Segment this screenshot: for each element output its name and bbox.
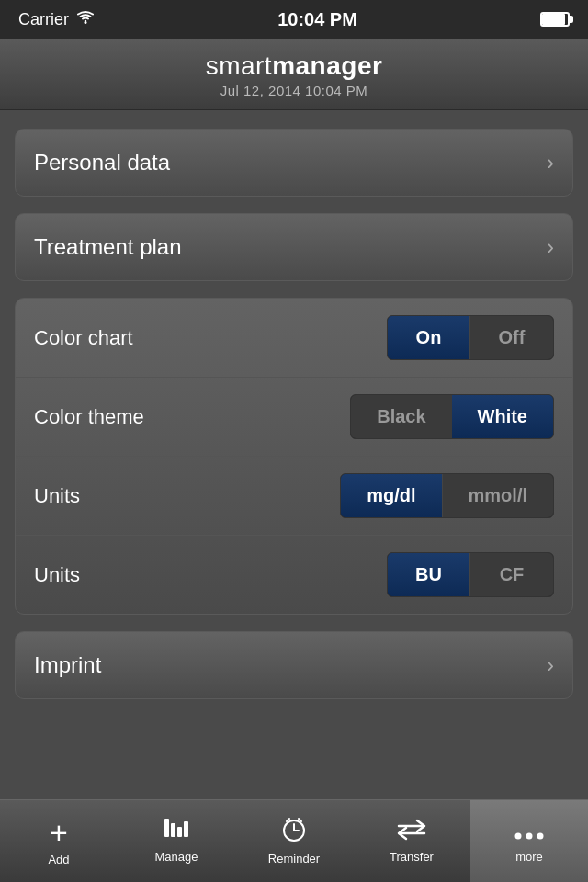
main-content: Personal data › Treatment plan › Color c…	[0, 110, 588, 718]
transfer-icon	[397, 819, 426, 845]
wifi-icon	[76, 10, 95, 29]
color-theme-black-button[interactable]: Black	[351, 395, 451, 438]
color-chart-toggle: On Off	[387, 315, 554, 360]
manage-icon	[163, 819, 190, 845]
units-1-row: Units mg/dl mmol/l	[16, 457, 572, 536]
reminder-icon	[281, 817, 307, 847]
battery-icon	[540, 12, 570, 27]
tab-transfer[interactable]: Transfer	[353, 800, 470, 882]
svg-rect-1	[164, 819, 169, 837]
color-theme-label: Color theme	[34, 405, 144, 429]
tab-bar: + Add Manage Reminder	[0, 799, 588, 882]
imprint-label: Imprint	[34, 652, 101, 678]
color-chart-on-button[interactable]: On	[388, 316, 470, 359]
tab-manage-label: Manage	[155, 850, 198, 864]
title-bold: manager	[272, 51, 382, 80]
svg-rect-3	[177, 827, 182, 837]
app-title: smartmanager	[0, 51, 588, 81]
personal-data-row[interactable]: Personal data ›	[15, 129, 573, 197]
add-icon: +	[50, 817, 68, 848]
color-theme-row: Color theme Black White	[16, 378, 572, 457]
tab-more[interactable]: more	[470, 800, 588, 882]
more-icon	[514, 820, 544, 845]
tab-more-label: more	[515, 850, 543, 864]
units-cf-button[interactable]: CF	[470, 553, 553, 596]
treatment-plan-chevron-icon: ›	[547, 234, 554, 260]
treatment-plan-row[interactable]: Treatment plan ›	[15, 213, 573, 281]
svg-point-0	[85, 21, 87, 24]
color-chart-label: Color chart	[34, 326, 133, 350]
personal-data-chevron-icon: ›	[547, 150, 554, 175]
units-mmol-button[interactable]: mmol/l	[443, 474, 553, 517]
personal-data-label: Personal data	[34, 150, 170, 175]
tab-reminder-label: Reminder	[268, 852, 320, 865]
units-mgdl-button[interactable]: mg/dl	[341, 474, 442, 517]
units-2-row: Units BU CF	[16, 536, 572, 614]
color-chart-row: Color chart On Off	[16, 299, 572, 378]
svg-rect-4	[184, 821, 188, 837]
svg-point-12	[515, 832, 522, 839]
carrier-label: Carrier	[18, 10, 69, 29]
tab-add[interactable]: + Add	[0, 800, 118, 882]
app-header: smartmanager Jul 12, 2014 10:04 PM	[0, 39, 588, 110]
units-bu-button[interactable]: BU	[388, 553, 470, 596]
units-1-label: Units	[34, 484, 80, 508]
title-light: smart	[206, 51, 273, 80]
tab-add-label: Add	[48, 853, 69, 866]
units-2-label: Units	[34, 563, 80, 587]
imprint-row[interactable]: Imprint ›	[15, 631, 573, 699]
color-chart-off-button[interactable]: Off	[470, 316, 553, 359]
svg-rect-2	[171, 823, 175, 837]
status-time: 10:04 PM	[277, 9, 357, 30]
svg-point-13	[526, 832, 533, 839]
tab-transfer-label: Transfer	[390, 850, 434, 864]
treatment-plan-label: Treatment plan	[34, 234, 182, 260]
tab-manage[interactable]: Manage	[118, 800, 235, 882]
status-right	[540, 12, 570, 27]
svg-point-14	[537, 832, 544, 839]
color-theme-white-button[interactable]: White	[452, 395, 553, 438]
color-theme-toggle: Black White	[350, 394, 554, 439]
units-1-toggle: mg/dl mmol/l	[340, 473, 554, 518]
imprint-chevron-icon: ›	[547, 652, 554, 678]
status-bar: Carrier 10:04 PM	[0, 0, 588, 39]
app-subtitle: Jul 12, 2014 10:04 PM	[0, 83, 588, 98]
tab-reminder[interactable]: Reminder	[235, 800, 353, 882]
settings-group: Color chart On Off Color theme Black Whi…	[15, 298, 573, 615]
status-left: Carrier	[18, 10, 95, 29]
units-2-toggle: BU CF	[387, 552, 554, 597]
